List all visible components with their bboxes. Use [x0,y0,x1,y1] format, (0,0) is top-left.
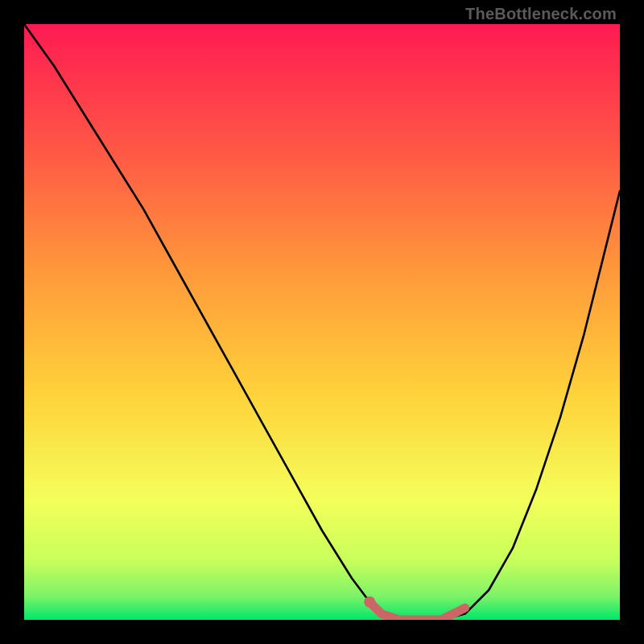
chart-svg [24,24,620,620]
watermark-text: TheBottleneck.com [465,5,617,23]
optimal-range-start-dot [364,597,375,608]
chart-frame [24,24,620,620]
